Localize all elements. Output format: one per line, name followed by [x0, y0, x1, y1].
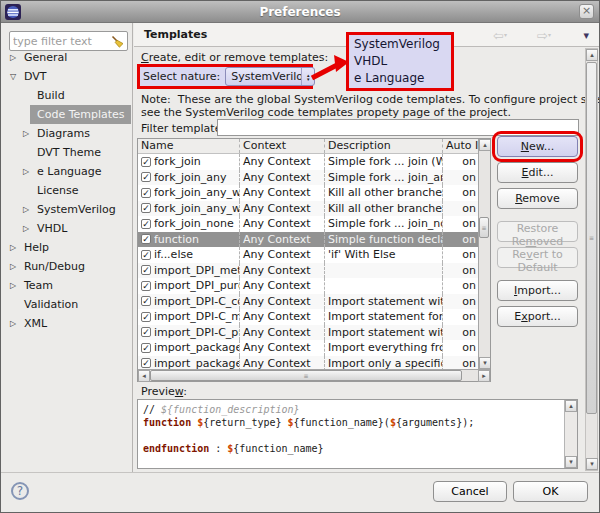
template-checkbox[interactable]: ✓ — [141, 172, 151, 182]
template-row-import-dpi-c-pure[interactable]: ✓import_DPI-C_pureAny ContextImport stat… — [138, 325, 478, 341]
clear-filter-icon[interactable] — [111, 35, 124, 48]
template-checkbox[interactable]: ✓ — [141, 157, 151, 167]
scrollbar-track[interactable] — [462, 370, 478, 381]
scroll-up-icon[interactable]: ▴ — [586, 49, 598, 61]
sidebar-item-xml[interactable]: ▷XML — [2, 314, 131, 333]
expand-arrow-icon[interactable]: ▷ — [23, 129, 37, 138]
view-menu-icon[interactable]: ▾ — [583, 29, 589, 42]
template-row-import-dpi-c-met[interactable]: ✓import_DPI-C_metAny ContextImport state… — [138, 309, 478, 325]
column-header-name[interactable]: Name — [138, 139, 239, 153]
new-button[interactable]: New... — [497, 136, 578, 157]
nature-option-systemverilog[interactable]: SystemVerilog — [354, 36, 446, 53]
expand-arrow-icon[interactable]: ▷ — [10, 243, 24, 252]
template-checkbox[interactable]: ✓ — [141, 265, 151, 275]
template-row-import-dpi-c-cont[interactable]: ✓import_DPI-C_contAny ContextImport stat… — [138, 294, 478, 310]
template-checkbox[interactable]: ✓ — [141, 296, 151, 306]
revert-to-default-button[interactable]: Revert to Default — [497, 247, 578, 268]
template-row-fork-join-any-with[interactable]: ✓fork_join_any_withAny ContextKill all o… — [138, 185, 478, 201]
template-row-fork-join[interactable]: ✓fork_joinAny ContextSimple fork ... joi… — [138, 154, 478, 170]
scrollbar-thumb[interactable]: ≡ — [586, 62, 597, 414]
template-checkbox[interactable]: ✓ — [141, 343, 151, 353]
restore-removed-button[interactable]: Restore Removed — [497, 221, 578, 242]
export-button[interactable]: Export... — [497, 306, 578, 327]
template-row-import-dpi-method[interactable]: ✓import_DPI_methodAny Contexton — [138, 263, 478, 279]
expand-arrow-icon[interactable]: ▷ — [10, 281, 24, 290]
scrollbar-thumb[interactable]: ≡ — [150, 370, 462, 381]
scroll-right-icon[interactable]: ▸ — [478, 370, 490, 382]
sidebar-item-build[interactable]: Build — [2, 86, 131, 105]
table-vertical-scrollbar[interactable]: ▴ ≡ ▾ — [478, 139, 490, 369]
column-header-context[interactable]: Context — [239, 139, 324, 153]
sidebar-item-systemverilog[interactable]: ▷SystemVerilog — [2, 200, 131, 219]
sidebar-item-dvt[interactable]: ▽DVT — [2, 67, 131, 86]
sidebar-item-help[interactable]: ▷Help — [2, 238, 131, 257]
scroll-down-icon[interactable]: ▾ — [479, 357, 490, 369]
sidebar-item-team[interactable]: ▷Team — [2, 276, 131, 295]
template-row-import-dpi-pure-r[interactable]: ✓import_DPI_pure_rAny Contexton — [138, 278, 478, 294]
sidebar-item-run-debug[interactable]: ▷Run/Debug — [2, 257, 131, 276]
cancel-button[interactable]: Cancel — [433, 481, 507, 502]
expand-arrow-icon[interactable]: ▷ — [23, 205, 37, 214]
scrollbar-track[interactable]: ≡ — [586, 61, 597, 458]
scroll-up-icon[interactable]: ▴ — [565, 400, 577, 412]
sidebar-item-code-templates[interactable]: Code Templates — [2, 105, 131, 124]
template-row-fork-join-any-with[interactable]: ✓fork_join_any_withAny ContextKill all o… — [138, 201, 478, 217]
sidebar-item-validation[interactable]: Validation — [2, 295, 131, 314]
expand-arrow-icon[interactable]: ▷ — [10, 319, 24, 328]
template-checkbox[interactable]: ✓ — [141, 327, 151, 337]
import-button[interactable]: Import... — [497, 280, 578, 301]
template-checkbox[interactable]: ✓ — [141, 281, 151, 291]
remove-button[interactable]: Remove — [497, 188, 578, 209]
template-checkbox[interactable]: ✓ — [141, 312, 151, 322]
nature-option-e-language[interactable]: e Language — [354, 70, 446, 87]
expand-arrow-icon[interactable]: ▷ — [10, 262, 24, 271]
tree-filter-input[interactable] — [13, 34, 108, 48]
template-row-if-else[interactable]: ✓if...elseAny Context'if' With Elseon — [138, 247, 478, 263]
sidebar-item-general[interactable]: ▷General — [2, 48, 131, 67]
template-row-fork-join-any[interactable]: ✓fork_join_anyAny ContextSimple fork ...… — [138, 170, 478, 186]
template-row-fork-join-none[interactable]: ✓fork_join_noneAny ContextSimple fork ..… — [138, 216, 478, 232]
table-horizontal-scrollbar[interactable]: ◂ ≡ ▸ — [138, 369, 490, 381]
back-nav-icon[interactable]: ⇦▾ — [493, 28, 507, 43]
template-checkbox[interactable]: ✓ — [141, 188, 151, 198]
help-icon[interactable]: ? — [11, 482, 29, 500]
preview-pane[interactable]: // ${function_description}function ${ret… — [137, 399, 578, 469]
template-checkbox[interactable]: ✓ — [141, 358, 151, 368]
column-header-auto-insert[interactable]: Auto Insert — [442, 139, 478, 153]
template-checkbox[interactable]: ✓ — [141, 250, 151, 260]
close-icon[interactable]: × — [579, 4, 594, 19]
nature-option-vhdl[interactable]: VHDL — [354, 53, 446, 70]
sidebar-item-diagrams[interactable]: ▷Diagrams — [2, 124, 131, 143]
scroll-left-icon[interactable]: ◂ — [138, 370, 150, 382]
template-row-function[interactable]: ✓functionAny ContextSimple function decl… — [138, 232, 478, 248]
context-cell: Any Context — [239, 356, 324, 370]
sidebar-item-dvt-theme[interactable]: DVT Theme — [2, 143, 131, 162]
edit-button[interactable]: Edit... — [497, 162, 578, 183]
scrollbar-track[interactable]: ≡ — [479, 151, 490, 357]
template-checkbox[interactable]: ✓ — [141, 219, 151, 229]
scroll-down-icon[interactable]: ▾ — [586, 458, 598, 470]
template-checkbox[interactable]: ✓ — [141, 203, 151, 213]
filter-templates-input[interactable] — [217, 119, 579, 136]
page-vertical-scrollbar[interactable]: ▴ ≡ ▾ — [585, 48, 598, 471]
sidebar-item-vhdl[interactable]: ▷VHDL — [2, 219, 131, 238]
nature-combo[interactable]: SystemVerilog ▴▾ — [225, 67, 315, 86]
expand-arrow-icon[interactable]: ▷ — [23, 224, 37, 233]
scrollbar-thumb[interactable]: ≡ — [479, 217, 489, 238]
ok-button[interactable]: OK — [513, 481, 588, 502]
scroll-down-icon[interactable]: ▾ — [565, 456, 577, 468]
preview-scrollbar[interactable]: ▴ ▾ — [564, 400, 577, 468]
forward-nav-icon[interactable]: ⇨▾ — [537, 28, 551, 43]
scroll-up-icon[interactable]: ▴ — [479, 139, 490, 151]
sidebar-item-license[interactable]: License — [2, 181, 131, 200]
context-cell: Any Context — [239, 216, 324, 232]
template-checkbox[interactable]: ✓ — [141, 234, 151, 244]
template-row-import-package-a[interactable]: ✓import_package_aAny ContextImport every… — [138, 340, 478, 356]
column-header-description[interactable]: Description — [324, 139, 442, 153]
template-row-import-package-s[interactable]: ✓import_package_sAny ContextImport only … — [138, 356, 478, 370]
expand-arrow-icon[interactable]: ▷ — [23, 167, 37, 176]
sidebar-item-e-language[interactable]: ▷e Language — [2, 162, 131, 181]
collapse-arrow-icon[interactable]: ▽ — [10, 72, 24, 81]
expand-arrow-icon[interactable]: ▷ — [10, 53, 24, 62]
sidebar-item-label: Diagrams — [37, 127, 90, 140]
